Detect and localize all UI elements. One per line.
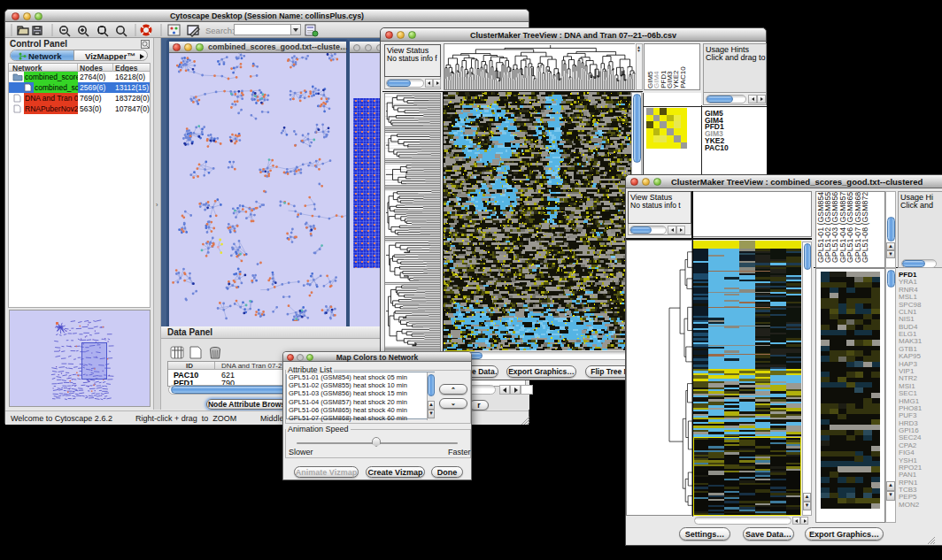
svg-text:PAC10: PAC10 [679, 66, 687, 88]
svg-text:GPL51-08 (GSM872): GPL51-08 (GSM872) [861, 192, 869, 263]
